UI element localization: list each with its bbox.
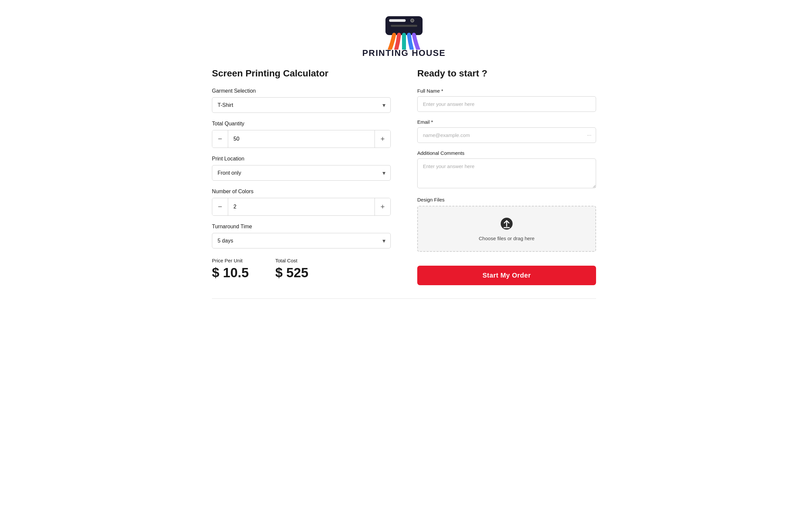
garment-select[interactable]: T-Shirt Hoodie Tank Top Long Sleeve Polo: [212, 97, 391, 113]
print-location-field-group: Print Location Front only Back only Fron…: [212, 156, 391, 180]
full-name-input[interactable]: [417, 96, 596, 112]
quantity-decrement-button[interactable]: −: [212, 130, 228, 148]
svg-point-2: [411, 19, 414, 22]
email-input[interactable]: [417, 127, 596, 143]
turnaround-select-wrapper: 3 days 5 days 7 days 10 days 14 days ▾: [212, 233, 391, 248]
total-cost-value: $ 525: [275, 265, 308, 280]
price-per-unit-value: $ 10.5: [212, 265, 249, 280]
comments-label: Additional Comments: [417, 150, 596, 156]
svg-rect-1: [389, 19, 406, 22]
order-title: Ready to start ?: [417, 68, 596, 79]
total-cost-group: Total Cost $ 525: [275, 258, 308, 280]
garment-select-wrapper: T-Shirt Hoodie Tank Top Long Sleeve Polo…: [212, 97, 391, 113]
email-label: Email *: [417, 119, 596, 125]
site-header: PRINTING HOUSE: [212, 0, 596, 61]
calculator-title: Screen Printing Calculator: [212, 68, 391, 79]
price-per-unit-group: Price Per Unit $ 10.5: [212, 258, 249, 280]
colors-field-group: Number of Colors − +: [212, 189, 391, 216]
garment-label: Garment Selection: [212, 88, 391, 94]
quantity-label: Total Quantity: [212, 121, 391, 127]
logo-graphic: [378, 7, 430, 50]
file-upload-area[interactable]: Choose files or drag here: [417, 206, 596, 252]
price-row: Price Per Unit $ 10.5 Total Cost $ 525: [212, 258, 391, 280]
comments-textarea[interactable]: [417, 158, 596, 188]
colors-input[interactable]: [228, 198, 374, 215]
order-section: Ready to start ? Full Name * Email * ···…: [417, 68, 596, 285]
main-grid: Screen Printing Calculator Garment Selec…: [212, 68, 596, 285]
quantity-field-group: Total Quantity − +: [212, 121, 391, 148]
colors-increment-button[interactable]: +: [374, 198, 390, 215]
print-location-select-wrapper: Front only Back only Front and Back Left…: [212, 165, 391, 180]
quantity-stepper-wrapper: − +: [212, 130, 391, 148]
full-name-field: Full Name *: [417, 88, 596, 112]
calculator-section: Screen Printing Calculator Garment Selec…: [212, 68, 391, 285]
print-location-label: Print Location: [212, 156, 391, 162]
colors-decrement-button[interactable]: −: [212, 198, 228, 215]
email-wrapper: ···: [417, 127, 596, 143]
quantity-increment-button[interactable]: +: [374, 130, 390, 148]
colors-label: Number of Colors: [212, 189, 391, 194]
turnaround-label: Turnaround Time: [212, 224, 391, 230]
upload-text: Choose files or drag here: [479, 235, 534, 241]
turnaround-field-group: Turnaround Time 3 days 5 days 7 days 10 …: [212, 224, 391, 248]
garment-field-group: Garment Selection T-Shirt Hoodie Tank To…: [212, 88, 391, 113]
svg-rect-3: [391, 25, 417, 27]
price-per-unit-label: Price Per Unit: [212, 258, 249, 263]
design-files-field: Design Files Choose files or drag here: [417, 197, 596, 252]
brand-name: PRINTING HOUSE: [362, 48, 446, 58]
total-cost-label: Total Cost: [275, 258, 308, 263]
quantity-input[interactable]: [228, 130, 374, 148]
email-field: Email * ···: [417, 119, 596, 143]
colors-stepper-wrapper: − +: [212, 198, 391, 216]
full-name-label: Full Name *: [417, 88, 596, 94]
bottom-divider: [212, 299, 596, 299]
upload-icon: [499, 216, 515, 232]
start-order-button[interactable]: Start My Order: [417, 266, 596, 285]
turnaround-select[interactable]: 3 days 5 days 7 days 10 days 14 days: [212, 233, 391, 248]
logo-container: PRINTING HOUSE: [362, 7, 446, 58]
email-dots-icon: ···: [587, 132, 591, 138]
comments-field: Additional Comments: [417, 150, 596, 190]
print-location-select[interactable]: Front only Back only Front and Back Left…: [212, 165, 391, 180]
design-files-label: Design Files: [417, 197, 596, 203]
